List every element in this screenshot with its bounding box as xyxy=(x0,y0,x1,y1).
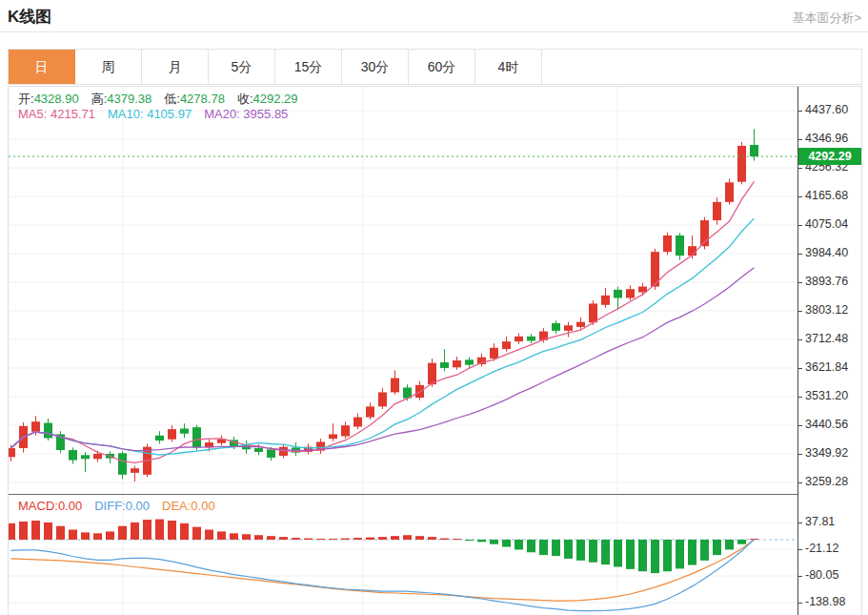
axis-label: 4346.96 xyxy=(805,132,848,145)
info-pair: MA10: 4105.97 xyxy=(108,107,192,121)
axis-tick xyxy=(798,196,802,197)
axis-tick xyxy=(798,523,802,523)
info-pair: 收:4292.29 xyxy=(237,92,298,106)
axis-tick xyxy=(798,368,802,369)
info-pair: DIFF:0.00 xyxy=(94,499,150,513)
info-pair: MACD:0.00 xyxy=(18,499,82,513)
candlestick-chart[interactable]: 开:4328.90高:4379.38低:4278.78收:4292.29 MA5… xyxy=(9,87,797,494)
axis-tick xyxy=(798,311,802,312)
axis-label: 4075.04 xyxy=(805,217,848,231)
axis-tick xyxy=(798,339,802,340)
tab-4hour[interactable]: 4时 xyxy=(475,50,542,84)
axis-label: 37.81 xyxy=(805,515,835,528)
axis-tick xyxy=(798,454,802,455)
page-title: K线图 xyxy=(8,6,51,28)
axis-label: 3621.84 xyxy=(805,360,848,374)
current-price-badge: 4292.29 xyxy=(798,148,861,165)
price-axis: 4437.604346.964256.324165.684075.043984.… xyxy=(797,87,862,615)
chart-container: 开:4328.90高:4379.38低:4278.78收:4292.29 MA5… xyxy=(8,86,862,615)
axis-tick xyxy=(798,397,802,398)
axis-tick xyxy=(798,282,802,283)
tab-weekly[interactable]: 周 xyxy=(75,50,142,84)
ma-info-row: MA5: 4215.71MA10: 4105.97MA20: 3955.85 xyxy=(18,107,300,121)
info-pair: MA5: 4215.71 xyxy=(18,107,95,121)
axis-label: -21.12 xyxy=(805,542,838,555)
axis-label: 3440.56 xyxy=(805,418,848,431)
axis-tick xyxy=(798,139,802,140)
info-pair: MA20: 3955.85 xyxy=(204,107,288,121)
axis-tick xyxy=(798,254,802,255)
macd-chart[interactable]: MACD:0.00DIFF:0.00DEA:0.00 xyxy=(9,495,797,615)
axis-tick xyxy=(798,111,802,112)
axis-label: 3349.92 xyxy=(805,446,848,460)
axis-tick xyxy=(798,482,802,483)
info-pair: 高:4379.38 xyxy=(91,92,152,106)
axis-label: -138.98 xyxy=(805,595,845,608)
axis-tick xyxy=(798,168,802,169)
info-pair: 开:4328.90 xyxy=(18,92,79,106)
axis-tick xyxy=(798,225,802,226)
axis-label: 4437.60 xyxy=(805,103,848,116)
axis-label: -80.05 xyxy=(805,568,838,582)
axis-tick xyxy=(798,549,802,550)
info-pair: 低:4278.78 xyxy=(164,92,225,106)
interval-tabbar: 日周月5分15分30分60分4时 xyxy=(8,49,862,85)
tab-15min[interactable]: 15分 xyxy=(275,50,342,84)
axis-tick xyxy=(798,603,802,604)
axis-label: 4165.68 xyxy=(805,189,848,202)
axis-label: 3984.40 xyxy=(805,246,848,259)
axis-label: 3531.20 xyxy=(805,389,848,402)
tab-60min[interactable]: 60分 xyxy=(409,50,475,84)
axis-label: 3803.12 xyxy=(805,303,848,317)
info-pair: DEA:0.00 xyxy=(162,499,215,513)
tab-30min[interactable]: 30分 xyxy=(342,50,409,84)
header-divider xyxy=(0,31,868,32)
tab-monthly[interactable]: 月 xyxy=(142,50,209,84)
tab-5min[interactable]: 5分 xyxy=(209,50,275,84)
tab-daily[interactable]: 日 xyxy=(9,50,75,84)
axis-label: 3712.48 xyxy=(805,332,848,345)
axis-label: 3893.76 xyxy=(805,275,848,288)
ohlc-info-row: 开:4328.90高:4379.38低:4278.78收:4292.29 xyxy=(18,91,311,108)
macd-info-row: MACD:0.00DIFF:0.00DEA:0.00 xyxy=(18,499,228,513)
axis-tick xyxy=(798,576,802,577)
fundamental-analysis-link[interactable]: 基本面分析> xyxy=(792,10,861,27)
axis-label: 3259.28 xyxy=(805,475,848,488)
axis-tick xyxy=(798,425,802,426)
